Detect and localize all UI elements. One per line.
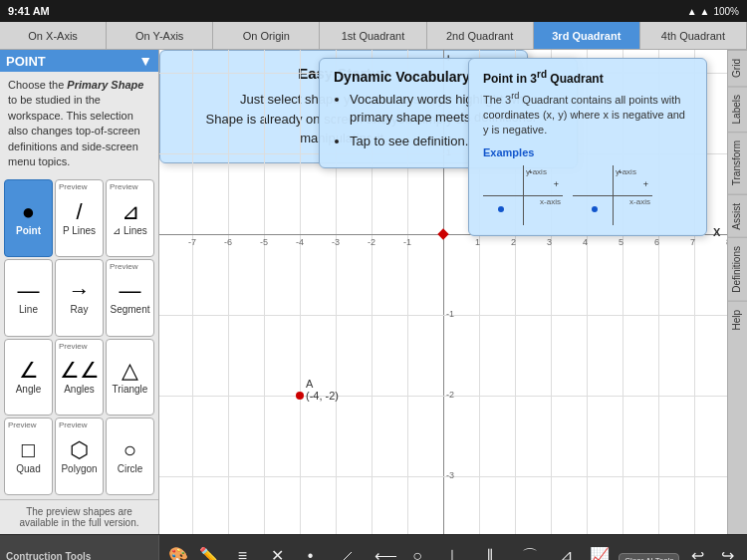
- perp-icon: ⊥: [445, 546, 459, 560]
- line-icon: ⟵: [374, 546, 397, 560]
- tool-tangent[interactable]: ⌒Tangent: [510, 544, 550, 560]
- shape-icon-polygon: ⬡: [70, 439, 89, 461]
- sidebar-footer: The preview shapes are available in the …: [0, 499, 158, 534]
- point-a[interactable]: [296, 392, 304, 400]
- x-tick-label: -1: [403, 237, 411, 247]
- tool-line[interactable]: ⟵Line: [371, 544, 401, 560]
- shape-name-label: Point: [16, 225, 41, 236]
- clear-ai-tools-button[interactable]: Clear AI Tools: [619, 553, 679, 560]
- x-tick-label: 1: [475, 237, 480, 247]
- x-tick-label: 4: [583, 237, 588, 247]
- shape-btn-point[interactable]: ●Point: [4, 179, 53, 257]
- x-tick-label: -5: [260, 237, 268, 247]
- nav-tab-3rd-quadrant[interactable]: 3rd Quadrant: [534, 22, 640, 49]
- right-tab-assist[interactable]: Assist: [728, 194, 747, 238]
- shape-name-label: Angle: [16, 384, 42, 395]
- grid-line-h: [159, 476, 727, 477]
- grid-line-v: [264, 50, 265, 534]
- tool-point[interactable]: •Point: [296, 544, 326, 560]
- grid-line-h: [159, 315, 727, 316]
- tool-segment[interactable]: ⟋Segment: [326, 544, 370, 560]
- x-tick-label: 8: [726, 237, 727, 247]
- shape-btn-segment[interactable]: Preview—Segment: [106, 259, 154, 337]
- shape-icon-p lines: /: [76, 201, 82, 223]
- nav-tab-on-x-axis[interactable]: On X-Axis: [0, 22, 107, 49]
- preview-label: Preview: [8, 420, 36, 429]
- shape-btn-quad[interactable]: Preview□Quad: [4, 418, 53, 495]
- shape-name-label: Polygon: [61, 463, 97, 474]
- tangent-icon: ⌒: [522, 546, 538, 560]
- dropdown-arrow-icon[interactable]: ▼: [138, 53, 152, 69]
- grid-line-v: [192, 50, 193, 534]
- right-tab-help[interactable]: Help: [728, 301, 747, 339]
- shape-btn-p-lines[interactable]: Preview/P Lines: [55, 179, 104, 257]
- grid-line-h: [159, 396, 727, 397]
- point-icon: •: [308, 546, 314, 560]
- preview-label: Preview: [110, 182, 137, 191]
- mini-diagram-2: y-axis + x-axis +: [573, 165, 652, 225]
- tool-circle[interactable]: ○Circle: [401, 544, 432, 560]
- right-tab-transform[interactable]: Transform: [728, 132, 747, 193]
- tool-bisect[interactable]: ⊿Bisect: [550, 544, 583, 560]
- x-tick-label: 5: [619, 237, 623, 247]
- circle-icon: ○: [412, 546, 422, 560]
- wifi-icon: ▲ ▲: [687, 6, 710, 17]
- shapes-grid: ●PointPreview/P LinesPreview⊿⊿ Lines—Lin…: [0, 175, 158, 499]
- shape-btn-line[interactable]: —Line: [4, 259, 53, 337]
- toolbar-title: Contruction Tools: [6, 551, 152, 560]
- shape-icon-line: —: [18, 280, 40, 302]
- shape-name-label: Triangle: [113, 384, 148, 395]
- tool-color[interactable]: 🎨Color: [163, 544, 193, 560]
- examples-link[interactable]: Examples: [483, 146, 534, 158]
- mini-point-2: [592, 206, 598, 212]
- graph-area[interactable]: -7-6-5-4-3-2-112345678-3-2-11X+ Dynamic …: [159, 50, 727, 534]
- mini-point-1: [498, 206, 504, 212]
- shape-btn-triangle[interactable]: △Triangle: [106, 339, 154, 417]
- nav-tab-on-origin[interactable]: On Origin: [213, 22, 320, 49]
- grid-line-v: [228, 50, 229, 534]
- shape-btn-ray[interactable]: →Ray: [55, 259, 104, 337]
- mini-xplus-1: +: [554, 179, 559, 189]
- shape-btn-angles[interactable]: Preview∠∠Angles: [55, 339, 104, 417]
- tool-perp[interactable]: ⊥Perp ⊥: [433, 544, 471, 560]
- shape-icon-⊿ lines: ⊿: [122, 201, 139, 223]
- weight-icon: ≡: [238, 546, 247, 560]
- mini-diagrams: y-axis + x-axis + y-axis + x-axis +: [483, 165, 692, 225]
- x-tick-label: 2: [511, 237, 516, 247]
- right-tab-labels[interactable]: Labels: [728, 86, 747, 132]
- point-a-name: A: [306, 378, 313, 390]
- tool-delete[interactable]: ✕Delete: [261, 544, 295, 560]
- nav-tab-1st-quadrant[interactable]: 1st Quadrant: [320, 22, 426, 49]
- tool-undo[interactable]: ↩Undo: [682, 544, 712, 560]
- nav-tab-on-y-axis[interactable]: On Y-Axis: [107, 22, 213, 49]
- tool-weight[interactable]: ≡Weight: [225, 544, 261, 560]
- nav-tab-4th-quadrant[interactable]: 4th Quadrant: [640, 22, 747, 49]
- parallel-icon: ∥: [486, 546, 494, 560]
- shape-btn-circle[interactable]: ○Circle: [106, 418, 154, 495]
- point-a-coords: (-4, -2): [306, 390, 339, 402]
- right-tab-definitions[interactable]: Definitions: [728, 237, 747, 301]
- right-tab-grid[interactable]: Grid: [728, 50, 747, 86]
- right-sidebar-tabs: GridLabelsTransformAssistDefinitionsHelp: [727, 50, 747, 534]
- shape-btn-⊿-lines[interactable]: Preview⊿⊿ Lines: [106, 179, 154, 257]
- preview-label: Preview: [110, 262, 137, 271]
- shape-name-label: ⊿ Lines: [113, 225, 147, 236]
- shape-icon-ray: →: [69, 280, 91, 302]
- preview-label: Preview: [59, 182, 87, 191]
- shape-icon-angles: ∠∠: [60, 360, 100, 382]
- tool-style[interactable]: ✏️Style: [194, 544, 224, 560]
- shape-name-label: Angles: [64, 384, 95, 395]
- nav-tab-2nd-quadrant[interactable]: 2nd Quadrant: [427, 22, 534, 49]
- tool-graph[interactable]: 📈Graph: [584, 544, 617, 560]
- shape-btn-polygon[interactable]: Preview⬡Polygon: [55, 418, 104, 495]
- y-tick-label: -1: [446, 309, 454, 319]
- status-bar: 9:41 AM ▲ ▲ 100%: [0, 0, 747, 22]
- tool-redo[interactable]: ↪Redo: [713, 544, 743, 560]
- primary-shape-header: POINT ▼: [0, 50, 158, 72]
- segment-icon: ⟋: [340, 546, 356, 560]
- shape-btn-angle[interactable]: ∠Angle: [4, 339, 53, 417]
- toolbar-tools: 🎨Color✏️Style≡Weight✕Delete•Point⟋Segmen…: [159, 535, 747, 560]
- toolbar-title-section: Contruction Tools Drag to use. Tap for h…: [0, 535, 159, 560]
- tool-parallel[interactable]: ∥Parallel: [471, 544, 509, 560]
- quadrant-popup-desc: The 3rd Quadrant contains all points wit…: [483, 90, 692, 139]
